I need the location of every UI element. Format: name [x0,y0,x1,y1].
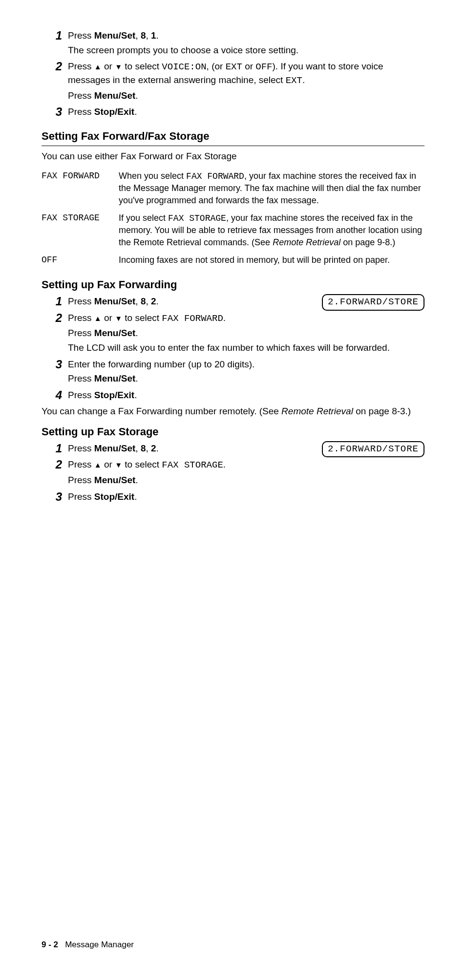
option-description: When you select FAX FORWARD, your fax ma… [119,169,424,211]
step: 2Press ▲ or ▼ to select FAX STORAGE.Pres… [42,458,424,488]
option-label: FAX STORAGE [42,211,119,253]
step: 1Press Menu/Set, 8, 1.The screen prompts… [42,29,424,58]
voice-store-steps: 1Press Menu/Set, 8, 1.The screen prompts… [42,29,424,120]
step-number: 3 [42,106,68,120]
step-body: Press Stop/Exit. [68,490,424,505]
step-number: 3 [42,358,68,387]
up-arrow-icon: ▲ [94,314,102,322]
heading-fax-storage: Setting up Fax Storage [42,425,424,439]
up-arrow-icon: ▲ [94,461,102,469]
option-description: If you select FAX STORAGE, your fax mach… [119,211,424,253]
option-label: OFF [42,253,119,271]
step-body: Press Stop/Exit. [68,106,424,120]
step-number: 1 [42,295,68,310]
page-number: 9 - 2 [42,940,58,949]
heading-fax-forwarding: Setting up Fax Forwarding [42,277,424,292]
step: 1Press Menu/Set, 8, 2. [42,295,312,310]
lcd-display: 2.FORWARD/STORE [322,294,424,311]
table-row: FAX STORAGEIf you select FAX STORAGE, yo… [42,211,424,253]
step-body: Press Menu/Set, 8, 2. [68,442,312,457]
step-number: 4 [42,389,68,404]
step-number: 2 [42,60,68,104]
step: 3Press Stop/Exit. [42,490,424,505]
step-body: Press ▲ or ▼ to select FAX STORAGE.Press… [68,458,424,488]
fax-options-table: FAX FORWARDWhen you select FAX FORWARD, … [42,169,424,271]
table-row: FAX FORWARDWhen you select FAX FORWARD, … [42,169,424,211]
up-arrow-icon: ▲ [94,63,102,71]
step: 3Enter the forwarding number (up to 20 d… [42,358,424,387]
intro-fax-forward-storage: You can use either Fax Forward or Fax St… [42,150,424,163]
option-description: Incoming faxes are not stored in memory,… [119,253,424,271]
down-arrow-icon: ▼ [115,461,122,469]
step: 1Press Menu/Set, 8, 2. [42,442,312,457]
step-body: Press Menu/Set, 8, 1.The screen prompts … [68,29,424,58]
page-footer: 9 - 2 Message Manager [42,939,134,951]
step-number: 2 [42,458,68,488]
step-number: 1 [42,442,68,457]
step-body: Press Stop/Exit. [68,389,424,404]
step-number: 2 [42,312,68,356]
step: 2Press ▲ or ▼ to select FAX FORWARD.Pres… [42,312,424,356]
heading-fax-forward-storage: Setting Fax Forward/Fax Storage [42,129,424,146]
step-number: 1 [42,29,68,58]
step: 4Press Stop/Exit. [42,389,424,404]
step-number: 3 [42,490,68,505]
down-arrow-icon: ▼ [115,63,122,71]
step: 2Press ▲ or ▼ to select VOICE:ON, (or EX… [42,60,424,104]
step: 3Press Stop/Exit. [42,106,424,120]
lcd-display: 2.FORWARD/STORE [322,441,424,458]
down-arrow-icon: ▼ [115,314,122,322]
option-label: FAX FORWARD [42,169,119,211]
step-body: Enter the forwarding number (up to 20 di… [68,358,424,387]
fax-forwarding-note: You can change a Fax Forwarding number r… [42,405,424,418]
fax-forwarding-steps: 1Press Menu/Set, 8, 2.2Press ▲ or ▼ to s… [42,295,424,403]
table-row: OFFIncoming faxes are not stored in memo… [42,253,424,271]
step-body: Press ▲ or ▼ to select FAX FORWARD.Press… [68,312,424,356]
step-body: Press ▲ or ▼ to select VOICE:ON, (or EXT… [68,60,424,104]
step-body: Press Menu/Set, 8, 2. [68,295,312,310]
footer-section: Message Manager [65,940,134,949]
